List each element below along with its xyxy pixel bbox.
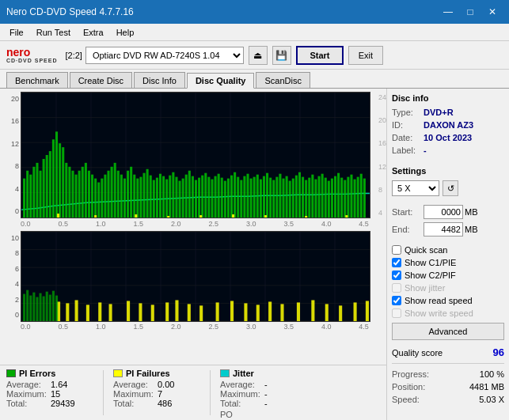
main-content: 20 16 12 8 4 0 xyxy=(0,89,509,420)
tab-disc-info[interactable]: Disc Info xyxy=(134,72,185,88)
pif-avg-label: Average: xyxy=(113,380,154,389)
svg-rect-65 xyxy=(185,175,188,218)
svg-rect-104 xyxy=(311,175,313,218)
show-c1-pie-row: Show C1/PIE xyxy=(392,258,504,267)
svg-rect-36 xyxy=(91,175,93,218)
svg-rect-117 xyxy=(354,180,356,218)
x2-8: 4.0 xyxy=(321,323,332,331)
svg-rect-146 xyxy=(66,303,69,321)
svg-rect-19 xyxy=(36,163,38,218)
show-read-speed-checkbox[interactable] xyxy=(392,296,401,305)
svg-rect-39 xyxy=(101,179,103,218)
svg-rect-170 xyxy=(23,294,25,321)
tab-create-disc[interactable]: Create Disc xyxy=(70,72,132,88)
jitter-max-label: Maximum: xyxy=(220,389,261,399)
x1-6: 3.0 xyxy=(246,220,256,228)
tab-scan-disc[interactable]: ScanDisc xyxy=(256,72,310,88)
svg-rect-119 xyxy=(360,174,363,218)
svg-rect-73 xyxy=(211,180,213,218)
svg-rect-118 xyxy=(357,177,359,218)
show-write-speed-checkbox[interactable] xyxy=(392,308,401,318)
svg-rect-35 xyxy=(88,171,90,218)
svg-rect-96 xyxy=(286,176,288,218)
svg-rect-61 xyxy=(172,172,174,218)
disc-info-title: Disc info xyxy=(392,93,504,103)
start-button[interactable]: Start xyxy=(296,46,344,65)
drive-combo[interactable]: Optiarc DVD RW AD-7240S 1.04 xyxy=(85,47,244,64)
svg-rect-116 xyxy=(350,175,352,218)
tab-disc-quality[interactable]: Disc Quality xyxy=(187,73,255,89)
svg-rect-18 xyxy=(32,167,35,218)
x1-5: 2.5 xyxy=(208,220,218,228)
save-button[interactable]: 💾 xyxy=(272,46,291,65)
pi-failures-color xyxy=(113,369,123,377)
po-label: PO failures: xyxy=(220,410,261,420)
svg-rect-128 xyxy=(305,216,307,218)
close-button[interactable]: ✕ xyxy=(482,4,503,20)
maximize-button[interactable]: □ xyxy=(460,4,481,20)
svg-rect-126 xyxy=(232,214,234,218)
pif-max-label: Maximum: xyxy=(113,389,154,399)
pif-avg-value: 0.00 xyxy=(158,380,174,389)
svg-rect-32 xyxy=(78,171,81,218)
svg-rect-27 xyxy=(62,147,64,218)
show-c2-pif-checkbox[interactable] xyxy=(392,271,401,280)
svg-rect-101 xyxy=(302,177,304,218)
show-c1-pie-checkbox[interactable] xyxy=(392,258,401,267)
pi-avg-value: 1.64 xyxy=(51,380,67,389)
show-c2-pif-row: Show C2/PIF xyxy=(392,271,504,280)
svg-rect-93 xyxy=(275,177,278,218)
svg-rect-67 xyxy=(192,176,194,218)
svg-rect-105 xyxy=(314,180,317,218)
svg-rect-60 xyxy=(169,176,171,218)
svg-rect-66 xyxy=(188,171,191,218)
svg-rect-64 xyxy=(182,179,184,218)
svg-rect-109 xyxy=(328,181,330,218)
type-label: Type: xyxy=(392,108,420,117)
menu-run-test[interactable]: Run Test xyxy=(30,26,77,39)
eject-button[interactable]: ⏏ xyxy=(249,46,268,65)
menu-extra[interactable]: Extra xyxy=(77,26,110,39)
svg-rect-94 xyxy=(279,174,281,218)
advanced-button[interactable]: Advanced xyxy=(392,323,504,340)
window-controls: — □ ✕ xyxy=(438,4,503,20)
menu-help[interactable]: Help xyxy=(110,26,141,39)
jitter-total-label: Total: xyxy=(220,399,261,408)
minimize-button[interactable]: — xyxy=(438,4,458,20)
svg-rect-31 xyxy=(75,175,78,218)
jitter-title: Jitter xyxy=(233,369,254,378)
quick-scan-checkbox[interactable] xyxy=(392,245,401,255)
x1-1: 0.5 xyxy=(58,220,68,228)
svg-rect-68 xyxy=(195,180,197,218)
show-jitter-checkbox[interactable] xyxy=(392,283,401,293)
speed-combo[interactable]: 5 X xyxy=(392,180,439,196)
svg-rect-150 xyxy=(109,304,112,321)
toolbar: nero CD·DVD SPEED [2:2] Optiarc DVD RW A… xyxy=(0,41,509,70)
app-title: Nero CD-DVD Speed 4.7.7.16 xyxy=(6,6,134,17)
svg-rect-148 xyxy=(86,305,89,321)
svg-rect-171 xyxy=(26,290,28,321)
svg-rect-69 xyxy=(198,178,200,218)
svg-rect-71 xyxy=(204,173,207,218)
svg-rect-103 xyxy=(308,178,310,218)
jitter-total-value: - xyxy=(264,399,268,408)
quick-scan-row: Quick scan xyxy=(392,245,504,255)
svg-rect-120 xyxy=(363,179,366,218)
x2-6: 3.0 xyxy=(246,323,256,331)
menu-file[interactable]: File xyxy=(3,26,30,39)
jitter-avg-label: Average: xyxy=(220,380,261,389)
svg-rect-16 xyxy=(26,171,28,218)
pi-max-value: 15 xyxy=(51,389,60,399)
exit-button[interactable]: Exit xyxy=(348,46,383,65)
svg-rect-70 xyxy=(201,176,203,218)
svg-rect-164 xyxy=(297,302,300,321)
refresh-button[interactable]: ↺ xyxy=(443,180,458,196)
quality-value: 96 xyxy=(493,346,504,358)
svg-rect-20 xyxy=(40,171,42,218)
progress-label: Progress: xyxy=(392,369,433,379)
svg-rect-21 xyxy=(43,159,45,218)
svg-rect-115 xyxy=(347,177,349,218)
y-left-5: 0 xyxy=(3,207,19,215)
tab-benchmark[interactable]: Benchmark xyxy=(6,72,68,88)
svg-rect-172 xyxy=(29,296,32,321)
